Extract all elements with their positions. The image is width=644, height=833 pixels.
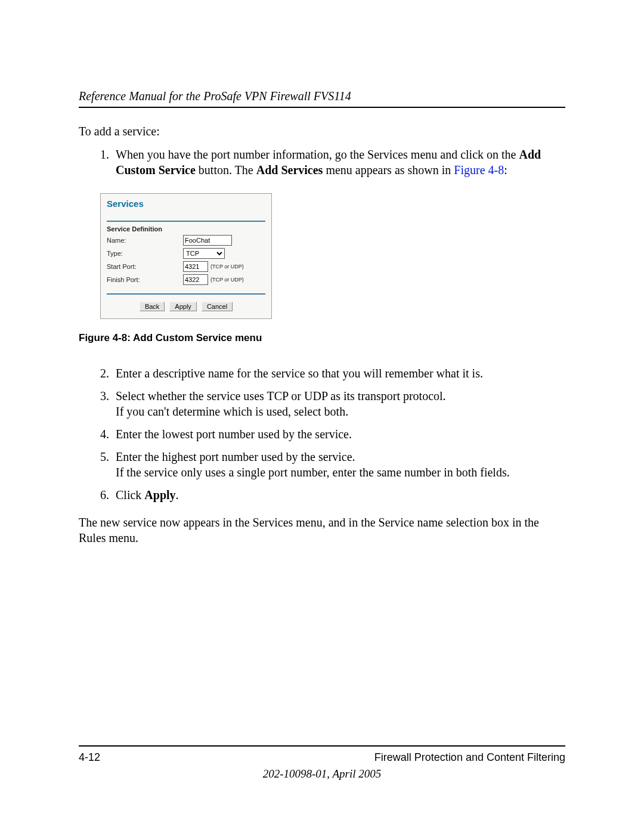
section-rule-bottom — [107, 293, 265, 295]
step-3-line2: If you can't determine which is used, se… — [116, 405, 348, 418]
row-start-port: Start Port: (TCP or UDP) — [107, 260, 265, 273]
step-3-line1: Select whether the service uses TCP or U… — [116, 389, 446, 402]
label-finish-port: Finish Port: — [107, 276, 183, 283]
steps-list-part1: When you have the port number informatio… — [79, 147, 565, 178]
step-6-text2: . — [176, 488, 179, 501]
running-header: Reference Manual for the ProSafe VPN Fir… — [79, 89, 565, 103]
intro-text: To add a service: — [79, 125, 565, 138]
row-name: Name: — [107, 234, 265, 247]
step-1-text4: : — [504, 163, 507, 176]
hint-finish: (TCP or UDP) — [210, 277, 244, 283]
apply-button[interactable]: Apply — [169, 302, 197, 311]
row-type: Type: TCP — [107, 247, 265, 260]
section-rule-top — [107, 221, 265, 222]
select-type[interactable]: TCP — [183, 248, 225, 259]
step-5-line1: Enter the highest port number used by th… — [116, 450, 355, 463]
step-1: When you have the port number informatio… — [112, 147, 565, 178]
figure-link[interactable]: Figure 4-8 — [454, 163, 504, 176]
step-6: Click Apply. — [112, 487, 565, 503]
panel-heading: Services — [101, 194, 271, 211]
hint-start: (TCP or UDP) — [210, 264, 244, 270]
step-5-line2: If the service only uses a single port n… — [116, 466, 510, 479]
page-footer: 4-12 Firewall Protection and Content Fil… — [79, 745, 565, 781]
document-page: Reference Manual for the ProSafe VPN Fir… — [0, 0, 644, 833]
figure-container: Services Service Definition Name: Type: … — [100, 193, 565, 319]
section-title-footer: Firewall Protection and Content Filterin… — [374, 751, 565, 764]
label-name: Name: — [107, 237, 183, 244]
input-finish-port[interactable] — [183, 274, 208, 285]
label-start-port: Start Port: — [107, 263, 183, 270]
footer-rule — [79, 745, 565, 747]
cancel-button[interactable]: Cancel — [202, 302, 233, 311]
services-panel: Services Service Definition Name: Type: … — [100, 193, 272, 319]
page-number: 4-12 — [79, 751, 100, 764]
steps-list-part2: Enter a descriptive name for the service… — [79, 366, 565, 503]
step-6-bold: Apply — [144, 488, 175, 501]
panel-body: Service Definition Name: Type: TCP Start… — [101, 211, 271, 318]
label-type: Type: — [107, 250, 183, 257]
closing-paragraph: The new service now appears in the Servi… — [79, 515, 565, 546]
step-1-text2: button. The — [196, 163, 256, 176]
step-2: Enter a descriptive name for the service… — [112, 366, 565, 381]
section-title: Service Definition — [107, 225, 265, 233]
figure-caption: Figure 4-8: Add Custom Service menu — [79, 332, 565, 344]
button-row: Back Apply Cancel — [107, 298, 265, 312]
step-3: Select whether the service uses TCP or U… — [112, 388, 565, 419]
step-5: Enter the highest port number used by th… — [112, 449, 565, 480]
footer-line-1: 4-12 Firewall Protection and Content Fil… — [79, 751, 565, 764]
step-1-text3: menu appears as shown in — [323, 163, 454, 176]
back-button[interactable]: Back — [140, 302, 165, 311]
step-1-bold2: Add Services — [256, 163, 323, 176]
doc-id: 202-10098-01, April 2005 — [79, 767, 565, 781]
step-1-text1: When you have the port number informatio… — [116, 148, 519, 161]
header-rule — [79, 107, 565, 108]
input-name[interactable] — [183, 235, 232, 246]
step-4: Enter the lowest port number used by the… — [112, 426, 565, 442]
step-6-text1: Click — [116, 488, 144, 501]
row-finish-port: Finish Port: (TCP or UDP) — [107, 273, 265, 286]
input-start-port[interactable] — [183, 261, 208, 272]
